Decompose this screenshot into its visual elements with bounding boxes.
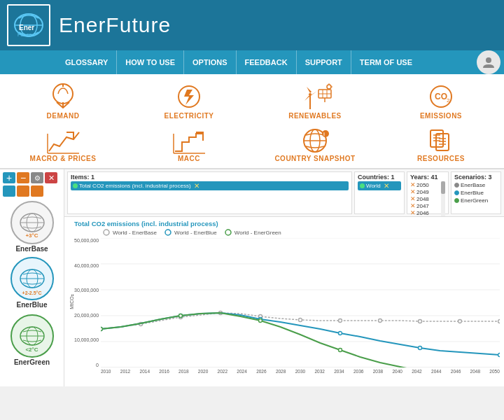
- demand-label: DEMAND: [47, 112, 80, 120]
- resources-icon: [424, 127, 458, 155]
- year-2048[interactable]: ✕2048: [410, 195, 441, 202]
- svg-point-6: [486, 57, 491, 63]
- profile-button[interactable]: [477, 50, 500, 74]
- renewables-icon: [296, 81, 335, 112]
- filter-bar: Items: 1 Total CO2 emissions (incl. indu…: [64, 169, 504, 217]
- ctrl-orange1[interactable]: [17, 186, 29, 197]
- item-remove[interactable]: ✕: [194, 182, 200, 190]
- ctrl-plus[interactable]: +: [3, 172, 15, 183]
- svg-point-65: [339, 319, 342, 323]
- energreen-label: EnerGreen: [14, 358, 50, 366]
- svg-point-79: [339, 349, 342, 352]
- nav-options[interactable]: OPTIONS: [184, 50, 237, 74]
- scenario-energreen: EnerGreen: [461, 197, 488, 204]
- svg-point-73: [339, 332, 342, 335]
- enerbase-globe-icon: [18, 212, 46, 233]
- electricity-category[interactable]: ELECTRICITY: [126, 77, 252, 124]
- sidebar-enerbase[interactable]: +3°C EnerBase: [10, 200, 54, 254]
- energreen-temp: <2°C: [25, 346, 38, 353]
- svg-text:Future: Future: [18, 32, 31, 37]
- svg-text:CO: CO: [435, 92, 447, 102]
- country-remove[interactable]: ✕: [384, 182, 389, 190]
- svg-point-18: [327, 85, 331, 89]
- energreen-globe-icon: [18, 326, 46, 346]
- legend-base: World - EnerBase: [102, 229, 157, 236]
- svg-point-68: [458, 320, 462, 323]
- svg-point-52: [225, 230, 231, 235]
- logo-icon: Ener Future: [8, 6, 49, 45]
- svg-point-67: [419, 320, 422, 323]
- x-axis: 2010 2012 2014 2016 2018 2020 2022 2024 …: [101, 368, 500, 374]
- chart-legend: World - EnerBase World - EnerBlue World …: [74, 229, 500, 236]
- demand-category[interactable]: DEMAND: [0, 77, 126, 124]
- nav-support[interactable]: SUPPORT: [297, 50, 351, 74]
- electricity-icon: [172, 81, 206, 112]
- country-category[interactable]: i COUNTRY SNAPSHOT: [252, 124, 378, 165]
- header: Ener Future EnerFuture: [0, 0, 504, 50]
- legend-green: World - EnerGreen: [224, 229, 281, 236]
- emissions-label: EMISSIONS: [420, 112, 462, 120]
- year-2046[interactable]: ✕2046: [410, 209, 441, 216]
- svg-point-50: [104, 230, 109, 235]
- country-tag: World: [366, 183, 381, 189]
- macro-category[interactable]: MACRO & PRICES: [0, 124, 126, 165]
- scenarios-filter: Scenarios: 3 EnerBase EnerBlue EnerGreen: [451, 172, 501, 214]
- legend-blue: World - EnerBlue: [164, 229, 217, 236]
- category-grid: DEMAND ELECTRICITY RENEWABLE: [0, 74, 504, 169]
- svg-point-69: [498, 320, 500, 323]
- item-tag: Total CO2 emissions (incl. industrial pr…: [79, 183, 191, 189]
- macc-category[interactable]: MACC: [126, 124, 252, 165]
- renewables-category[interactable]: RENEWABLES: [252, 77, 378, 124]
- nav-term-of-use[interactable]: TERM OF USE: [351, 50, 421, 74]
- enerblue-globe-icon: [18, 268, 46, 289]
- svg-point-7: [53, 84, 73, 104]
- nav-glossary[interactable]: GLOSSARY: [57, 50, 117, 74]
- sidebar-energreen[interactable]: <2°C EnerGreen: [10, 312, 54, 369]
- chart-container: Total CO2 emissions (incl. industrial pr…: [64, 217, 504, 386]
- macc-icon: [172, 127, 206, 155]
- ctrl-close[interactable]: ✕: [45, 172, 57, 183]
- year-2047[interactable]: ✕2047: [410, 202, 441, 209]
- svg-point-77: [179, 314, 183, 318]
- logo: Ener Future: [7, 4, 50, 46]
- enerbase-label: EnerBase: [15, 245, 48, 253]
- countries-filter-label: Countries: 1: [358, 174, 401, 181]
- items-filter-label: Items: 1: [71, 174, 349, 181]
- nav-how-to-use[interactable]: HOW TO USE: [117, 50, 184, 74]
- emissions-category[interactable]: CO 2 EMISSIONS: [378, 77, 504, 124]
- sidebar: + − ⚙ ✕: [0, 169, 64, 386]
- svg-point-51: [165, 230, 171, 235]
- line-chart: [101, 238, 500, 368]
- years-filter: Years: 41 ✕2050 ✕2049 ✕2048 ✕2047 ✕2046: [407, 172, 449, 214]
- ctrl-settings[interactable]: ⚙: [31, 172, 43, 183]
- svg-text:2: 2: [447, 97, 450, 104]
- ctrl-blue1[interactable]: [3, 186, 15, 197]
- scenario-enerbase: EnerBase: [461, 182, 485, 188]
- enerbase-temp: +3°C: [25, 232, 38, 239]
- chart-area: Items: 1 Total CO2 emissions (incl. indu…: [64, 169, 504, 386]
- year-2050[interactable]: ✕2050: [410, 181, 441, 188]
- svg-text:Ener: Ener: [19, 24, 34, 31]
- ctrl-orange2[interactable]: [31, 186, 43, 197]
- year-2049[interactable]: ✕2049: [410, 188, 441, 195]
- items-filter: Items: 1 Total CO2 emissions (incl. indu…: [67, 172, 352, 214]
- macc-label: MACC: [178, 155, 200, 162]
- main-content: + − ⚙ ✕: [0, 169, 504, 386]
- scenarios-filter-label: Scenarios: 3: [454, 174, 498, 181]
- sidebar-enerblue[interactable]: +2-2.5°C EnerBlue: [10, 254, 54, 312]
- sidebar-controls: + − ⚙ ✕: [0, 172, 64, 200]
- electricity-label: ELECTRICITY: [164, 112, 214, 120]
- demand-icon: [46, 81, 80, 112]
- resources-category[interactable]: RESOURCES: [378, 124, 504, 165]
- ctrl-minus[interactable]: −: [17, 172, 29, 183]
- emissions-icon: CO 2: [424, 81, 458, 112]
- country-label: COUNTRY SNAPSHOT: [274, 155, 355, 162]
- renewables-label: RENEWABLES: [288, 112, 342, 120]
- nav-feedback[interactable]: FEEDBACK: [237, 50, 297, 74]
- y-axis: 50,000,000 40,000,000 30,000,000 20,000,…: [74, 238, 101, 368]
- app-title: EnerFuture: [59, 13, 171, 37]
- resources-label: RESOURCES: [417, 155, 465, 162]
- svg-point-12: [309, 93, 312, 96]
- svg-text:i: i: [323, 132, 325, 136]
- svg-point-76: [101, 328, 102, 331]
